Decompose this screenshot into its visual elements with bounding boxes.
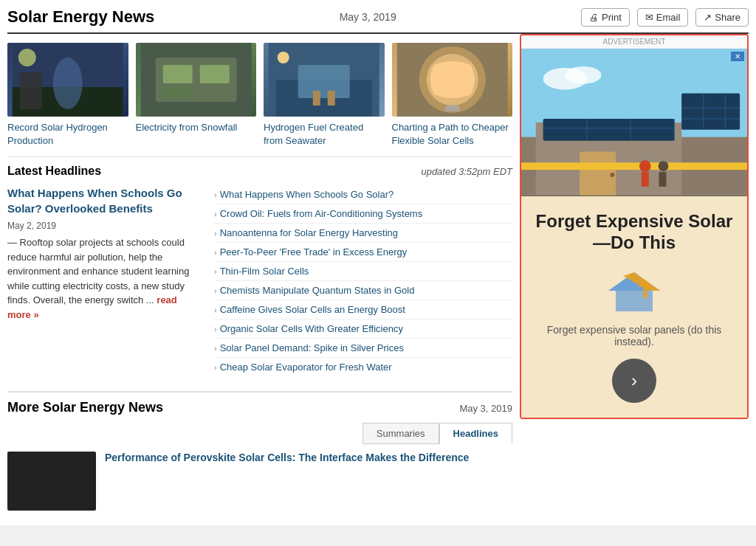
more-news-text: Performance of Perovskite Solar Cells: T… <box>105 452 512 511</box>
list-item: › Crowd Oil: Fuels from Air-Conditioning… <box>214 204 512 224</box>
ad-icon-area <box>605 269 664 313</box>
headline-link-6[interactable]: Caffeine Gives Solar Cells an Energy Boo… <box>220 304 405 315</box>
featured-article-snippet: — Rooftop solar projects at schools coul… <box>7 235 199 322</box>
list-item: › Peer-To-Peer 'Free Trade' in Excess En… <box>214 243 512 262</box>
article-card-3[interactable]: Charting a Path to Cheaper Flexible Sola… <box>392 43 513 148</box>
article-card-1[interactable]: Electricity from Snowfall <box>136 43 257 148</box>
ad-subtext: Forget expensive solar panels (do this i… <box>532 324 736 348</box>
list-item: › Caffeine Gives Solar Cells an Energy B… <box>214 300 512 319</box>
chevron-icon: › <box>214 325 217 334</box>
header-date: May 3, 2019 <box>340 11 396 23</box>
headline-link-8[interactable]: Solar Panel Demand: Spike in Silver Pric… <box>220 342 404 353</box>
featured-article-title[interactable]: What Happens When Schools Go Solar? Over… <box>7 185 199 216</box>
svg-rect-30 <box>681 94 740 130</box>
share-icon: ↗ <box>704 12 712 23</box>
ad-image-top: ✕ <box>521 49 747 196</box>
article-thumb-0 <box>7 43 128 117</box>
svg-rect-35 <box>580 151 616 195</box>
article-card-0[interactable]: Record Solar Hydrogen Production <box>7 43 128 148</box>
svg-point-1 <box>18 49 36 66</box>
article-caption-1: Electricity from Snowfall <box>136 121 257 134</box>
list-item: › What Happens When Schools Go Solar? <box>214 185 512 204</box>
advertisement: ADVERTISEMENT <box>520 34 749 419</box>
headline-link-7[interactable]: Organic Solar Cells With Greater Efficie… <box>220 323 403 334</box>
article-thumb-3 <box>392 43 513 117</box>
more-news-date: May 3, 2019 <box>459 403 512 414</box>
svg-rect-9 <box>162 87 192 98</box>
more-news-section: More Solar Energy News May 3, 2019 Summa… <box>7 391 512 518</box>
share-label: Share <box>715 12 740 23</box>
print-button[interactable]: 🖨 Print <box>581 8 630 27</box>
article-thumb-1 <box>136 43 257 117</box>
latest-headlines-updated: updated 3:52pm EDT <box>421 166 512 177</box>
svg-rect-12 <box>298 65 350 98</box>
ad-headline: Forget Expensive Solar —Do This <box>532 211 736 254</box>
ad-body: Forget Expensive Solar —Do This Forge <box>521 196 747 418</box>
ad-close-button[interactable]: ✕ <box>731 52 744 61</box>
chevron-icon: › <box>214 305 217 314</box>
svg-rect-7 <box>162 65 192 83</box>
list-item: › Organic Solar Cells With Greater Effic… <box>214 319 512 339</box>
more-news-row: Performance of Perovskite Solar Cells: T… <box>7 452 512 511</box>
featured-article-date: May 2, 2019 <box>7 221 199 231</box>
headline-link-2[interactable]: Nanoantenna for Solar Energy Harvesting <box>220 227 398 238</box>
article-thumb-2 <box>264 43 385 117</box>
headline-link-1[interactable]: Crowd Oil: Fuels from Air-Conditioning S… <box>220 208 423 219</box>
email-icon: ✉ <box>645 12 653 23</box>
svg-rect-37 <box>521 162 747 170</box>
list-item: › Thin-Film Solar Cells <box>214 262 512 281</box>
headline-link-0[interactable]: What Happens When Schools Go Solar? <box>220 189 394 200</box>
print-label: Print <box>602 12 622 23</box>
print-icon: 🖨 <box>589 12 599 23</box>
chevron-icon: › <box>214 210 217 218</box>
svg-point-13 <box>278 52 289 63</box>
chevron-icon: › <box>214 229 217 238</box>
tabs-row: Summaries Headlines <box>7 423 512 444</box>
svg-rect-25 <box>543 119 675 141</box>
headline-link-9[interactable]: Cheap Solar Evaporator for Fresh Water <box>220 362 392 373</box>
article-card-2[interactable]: Hydrogen Fuel Created from Seawater <box>264 43 385 148</box>
ad-cta-arrow-icon: › <box>631 370 637 391</box>
list-item: › Solar Panel Demand: Spike in Silver Pr… <box>214 339 512 358</box>
ad-column: ADVERTISEMENT <box>520 34 749 518</box>
ad-image-wrapper: ✕ <box>521 49 747 196</box>
tab-headlines[interactable]: Headlines <box>439 423 512 444</box>
share-button[interactable]: ↗ Share <box>695 8 749 27</box>
more-news-thumb <box>7 452 96 511</box>
svg-point-38 <box>639 160 651 172</box>
chevron-icon: › <box>214 363 217 372</box>
chevron-icon: › <box>214 344 217 353</box>
chevron-icon: › <box>214 267 217 276</box>
featured-article: What Happens When Schools Go Solar? Over… <box>7 185 199 376</box>
svg-point-36 <box>610 173 614 177</box>
ad-cta-button[interactable]: › <box>612 359 656 403</box>
more-news-title: More Solar Energy News <box>7 400 163 415</box>
chevron-icon: › <box>214 248 217 257</box>
latest-headlines-title: Latest Headlines <box>7 165 101 178</box>
svg-rect-19 <box>444 106 459 111</box>
svg-rect-41 <box>659 172 667 187</box>
page-title: Solar Energy News <box>7 7 154 27</box>
featured-articles: Record Solar Hydrogen Production Electri… <box>7 34 512 157</box>
svg-rect-14 <box>313 91 320 106</box>
more-news-link[interactable]: Performance of Perovskite Solar Cells: T… <box>105 452 469 463</box>
latest-headlines-section: Latest Headlines updated 3:52pm EDT What… <box>7 157 512 384</box>
svg-rect-3 <box>20 72 42 109</box>
headline-link-5[interactable]: Chemists Manipulate Quantum States in Go… <box>220 285 415 296</box>
svg-point-40 <box>659 161 669 171</box>
article-caption-2: Hydrogen Fuel Created from Seawater <box>264 121 385 148</box>
tab-summaries[interactable]: Summaries <box>362 423 439 444</box>
chevron-icon: › <box>214 286 217 295</box>
article-caption-3: Charting a Path to Cheaper Flexible Sola… <box>392 121 513 148</box>
svg-point-22 <box>565 66 601 84</box>
headlines-list: › What Happens When Schools Go Solar? › … <box>214 185 512 376</box>
email-button[interactable]: ✉ Email <box>637 8 689 27</box>
svg-rect-39 <box>642 172 649 187</box>
list-item: › Chemists Manipulate Quantum States in … <box>214 281 512 300</box>
svg-rect-15 <box>328 91 335 106</box>
svg-point-4 <box>53 58 83 109</box>
headline-link-3[interactable]: Peer-To-Peer 'Free Trade' in Excess Ener… <box>220 246 408 258</box>
list-item: › Cheap Solar Evaporator for Fresh Water <box>214 358 512 376</box>
email-label: Email <box>656 12 681 23</box>
headline-link-4[interactable]: Thin-Film Solar Cells <box>220 266 309 277</box>
